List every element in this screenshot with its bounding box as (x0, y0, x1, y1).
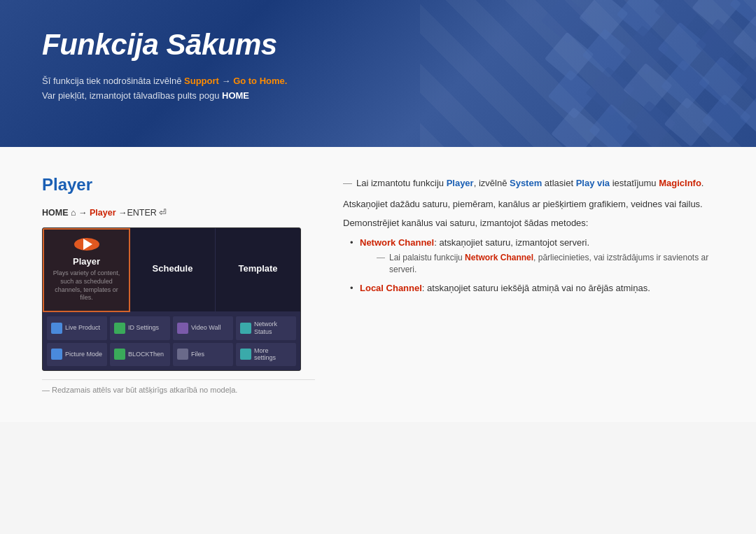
network-channel-label: Network Channel (360, 237, 434, 248)
player-cell-sublabel: Plays variety of content, such as schedu… (50, 269, 123, 302)
template-cell-label: Template (238, 263, 277, 274)
player-ui: Player Plays variety of content, such as… (42, 227, 301, 371)
idsettings-text: ID Settings (128, 324, 159, 332)
bottom-item-liveproduct[interactable]: Live Product (47, 316, 107, 340)
liveproduct-icon (51, 323, 62, 334)
support-link[interactable]: Support (184, 76, 219, 86)
methods-label: Demonstrējiet kanālus vai saturu, izmant… (343, 216, 714, 230)
bullet-network-channel: Network Channel: atskaņojiet saturu, izm… (350, 236, 714, 276)
main-content: Player HOME ⌂ → Player →ENTER ⏎ Player P… (0, 147, 756, 422)
footnote: — Redzamais attēls var būt atšķirīgs atk… (42, 379, 315, 394)
go-settings-link[interactable]: Go to Home. (233, 76, 287, 86)
left-column: Player HOME ⌂ → Player →ENTER ⏎ Player P… (42, 175, 315, 394)
bottom-item-blockthen[interactable]: BLOCKThen (110, 343, 170, 367)
idsettings-icon (114, 323, 125, 334)
nav-instruction: HOME ⌂ → Player →ENTER ⏎ (42, 207, 315, 218)
picturemode-icon (51, 349, 62, 360)
videowall-text: Video Wall (191, 324, 221, 332)
section-title: Player (42, 175, 315, 195)
page-title: Funkcija Sākums (42, 28, 714, 62)
local-channel-label: Local Channel (360, 283, 422, 293)
player-cell-player[interactable]: Player Plays variety of content, such as… (43, 228, 130, 312)
files-text: Files (191, 351, 204, 358)
player-ui-top: Player Plays variety of content, such as… (43, 228, 300, 312)
bottom-item-picturemode[interactable]: Picture Mode (47, 343, 107, 367)
moresettings-icon (240, 349, 251, 360)
bottom-item-idsettings[interactable]: ID Settings (110, 316, 170, 340)
bottom-item-videowall[interactable]: Video Wall (173, 316, 233, 340)
right-column: — Lai izmantotu funkciju Player, izvēlnē… (343, 175, 714, 394)
header-subtitle2: Var piekļūt, izmantojot tālvadības pults… (42, 90, 714, 101)
bottom-item-files[interactable]: Files (173, 343, 233, 367)
player-cell-label: Player (73, 256, 100, 267)
networkstatus-icon (240, 323, 251, 334)
player-ui-bottom: Live Product ID Settings Video Wall Netw… (43, 312, 300, 370)
picturemode-text: Picture Mode (65, 351, 102, 358)
liveproduct-text: Live Product (65, 324, 100, 332)
videowall-icon (177, 323, 188, 334)
header-subtitle1: Šī funkcija tiek nodrošināta izvēlnē Sup… (42, 76, 714, 86)
bottom-item-networkstatus[interactable]: Network Status (236, 316, 296, 340)
player-cell-template[interactable]: Template (216, 228, 300, 312)
player-play-icon (74, 238, 99, 251)
player-cell-schedule[interactable]: Schedule (130, 228, 216, 312)
bottom-item-moresettings[interactable]: More settings (236, 343, 296, 367)
play-triangle (83, 239, 92, 250)
desc1: Atskaņojiet dažādu saturu, piemēram, kan… (343, 197, 714, 211)
bullet-list: Network Channel: atskaņojiet saturu, izm… (343, 236, 714, 295)
intro-paragraph: — Lai izmantotu funkciju Player, izvēlnē… (343, 176, 714, 190)
blockthen-icon (114, 349, 125, 360)
blockthen-text: BLOCKThen (128, 351, 164, 358)
network-channel-subnote-label: Network Channel (465, 253, 533, 262)
networkstatus-text: Network Status (254, 321, 292, 336)
header-decoration (490, 0, 756, 147)
moresettings-text: More settings (254, 347, 292, 363)
files-icon (177, 349, 188, 360)
header-banner: Funkcija Sākums Šī funkcija tiek nodroši… (0, 0, 756, 147)
schedule-cell-label: Schedule (153, 263, 193, 274)
network-channel-subnote: — Lai palaistu funkciju Network Channel,… (360, 252, 714, 276)
bullet-local-channel: Local Channel: atskaņojiet saturu iekšēj… (350, 281, 714, 295)
